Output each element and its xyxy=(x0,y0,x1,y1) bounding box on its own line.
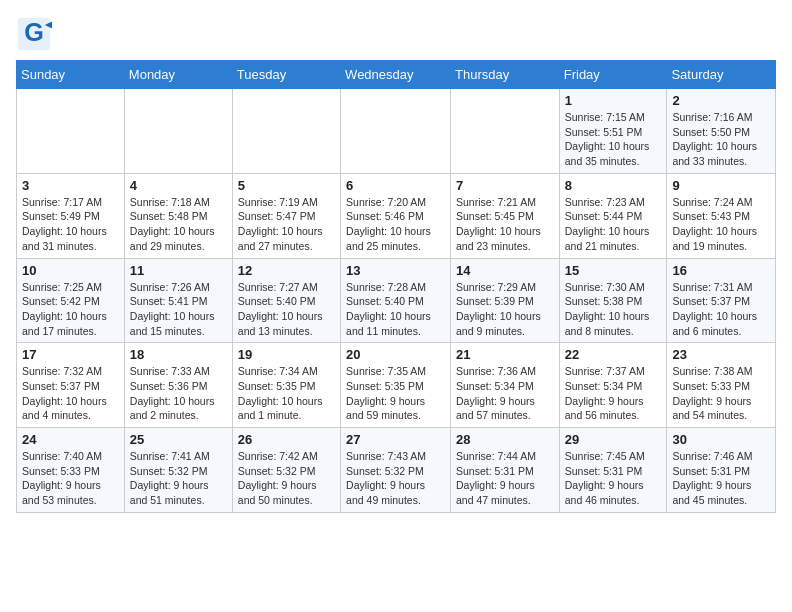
day-info: Sunrise: 7:29 AMSunset: 5:39 PMDaylight:… xyxy=(456,280,554,339)
day-cell: 27Sunrise: 7:43 AMSunset: 5:32 PMDayligh… xyxy=(341,428,451,513)
page-header: G xyxy=(16,16,776,52)
day-number: 12 xyxy=(238,263,335,278)
day-cell: 8Sunrise: 7:23 AMSunset: 5:44 PMDaylight… xyxy=(559,173,667,258)
day-cell: 13Sunrise: 7:28 AMSunset: 5:40 PMDayligh… xyxy=(341,258,451,343)
day-cell: 6Sunrise: 7:20 AMSunset: 5:46 PMDaylight… xyxy=(341,173,451,258)
day-cell: 14Sunrise: 7:29 AMSunset: 5:39 PMDayligh… xyxy=(451,258,560,343)
day-number: 19 xyxy=(238,347,335,362)
day-cell: 5Sunrise: 7:19 AMSunset: 5:47 PMDaylight… xyxy=(232,173,340,258)
day-cell: 26Sunrise: 7:42 AMSunset: 5:32 PMDayligh… xyxy=(232,428,340,513)
day-info: Sunrise: 7:24 AMSunset: 5:43 PMDaylight:… xyxy=(672,195,770,254)
day-info: Sunrise: 7:36 AMSunset: 5:34 PMDaylight:… xyxy=(456,364,554,423)
day-number: 10 xyxy=(22,263,119,278)
day-cell: 28Sunrise: 7:44 AMSunset: 5:31 PMDayligh… xyxy=(451,428,560,513)
week-row-2: 3Sunrise: 7:17 AMSunset: 5:49 PMDaylight… xyxy=(17,173,776,258)
day-cell: 7Sunrise: 7:21 AMSunset: 5:45 PMDaylight… xyxy=(451,173,560,258)
day-info: Sunrise: 7:25 AMSunset: 5:42 PMDaylight:… xyxy=(22,280,119,339)
day-info: Sunrise: 7:46 AMSunset: 5:31 PMDaylight:… xyxy=(672,449,770,508)
day-number: 20 xyxy=(346,347,445,362)
day-number: 4 xyxy=(130,178,227,193)
col-header-monday: Monday xyxy=(124,61,232,89)
day-info: Sunrise: 7:27 AMSunset: 5:40 PMDaylight:… xyxy=(238,280,335,339)
day-info: Sunrise: 7:35 AMSunset: 5:35 PMDaylight:… xyxy=(346,364,445,423)
day-cell xyxy=(232,89,340,174)
day-number: 25 xyxy=(130,432,227,447)
day-cell: 17Sunrise: 7:32 AMSunset: 5:37 PMDayligh… xyxy=(17,343,125,428)
col-header-saturday: Saturday xyxy=(667,61,776,89)
day-cell: 29Sunrise: 7:45 AMSunset: 5:31 PMDayligh… xyxy=(559,428,667,513)
day-number: 26 xyxy=(238,432,335,447)
day-cell: 22Sunrise: 7:37 AMSunset: 5:34 PMDayligh… xyxy=(559,343,667,428)
logo: G xyxy=(16,16,56,52)
day-cell: 1Sunrise: 7:15 AMSunset: 5:51 PMDaylight… xyxy=(559,89,667,174)
week-row-1: 1Sunrise: 7:15 AMSunset: 5:51 PMDaylight… xyxy=(17,89,776,174)
logo-icon: G xyxy=(16,16,52,52)
day-cell xyxy=(451,89,560,174)
day-number: 3 xyxy=(22,178,119,193)
day-number: 18 xyxy=(130,347,227,362)
day-info: Sunrise: 7:21 AMSunset: 5:45 PMDaylight:… xyxy=(456,195,554,254)
svg-text:G: G xyxy=(24,18,44,46)
day-info: Sunrise: 7:16 AMSunset: 5:50 PMDaylight:… xyxy=(672,110,770,169)
day-number: 6 xyxy=(346,178,445,193)
week-row-5: 24Sunrise: 7:40 AMSunset: 5:33 PMDayligh… xyxy=(17,428,776,513)
col-header-thursday: Thursday xyxy=(451,61,560,89)
day-number: 16 xyxy=(672,263,770,278)
header-row: SundayMondayTuesdayWednesdayThursdayFrid… xyxy=(17,61,776,89)
day-number: 2 xyxy=(672,93,770,108)
day-number: 28 xyxy=(456,432,554,447)
day-cell: 25Sunrise: 7:41 AMSunset: 5:32 PMDayligh… xyxy=(124,428,232,513)
day-info: Sunrise: 7:44 AMSunset: 5:31 PMDaylight:… xyxy=(456,449,554,508)
day-number: 27 xyxy=(346,432,445,447)
week-row-3: 10Sunrise: 7:25 AMSunset: 5:42 PMDayligh… xyxy=(17,258,776,343)
day-cell: 10Sunrise: 7:25 AMSunset: 5:42 PMDayligh… xyxy=(17,258,125,343)
day-cell: 11Sunrise: 7:26 AMSunset: 5:41 PMDayligh… xyxy=(124,258,232,343)
day-info: Sunrise: 7:34 AMSunset: 5:35 PMDaylight:… xyxy=(238,364,335,423)
day-cell: 12Sunrise: 7:27 AMSunset: 5:40 PMDayligh… xyxy=(232,258,340,343)
day-info: Sunrise: 7:37 AMSunset: 5:34 PMDaylight:… xyxy=(565,364,662,423)
day-cell xyxy=(124,89,232,174)
day-cell: 18Sunrise: 7:33 AMSunset: 5:36 PMDayligh… xyxy=(124,343,232,428)
col-header-tuesday: Tuesday xyxy=(232,61,340,89)
day-cell: 24Sunrise: 7:40 AMSunset: 5:33 PMDayligh… xyxy=(17,428,125,513)
day-info: Sunrise: 7:30 AMSunset: 5:38 PMDaylight:… xyxy=(565,280,662,339)
day-cell: 4Sunrise: 7:18 AMSunset: 5:48 PMDaylight… xyxy=(124,173,232,258)
day-number: 29 xyxy=(565,432,662,447)
day-info: Sunrise: 7:23 AMSunset: 5:44 PMDaylight:… xyxy=(565,195,662,254)
day-number: 17 xyxy=(22,347,119,362)
day-number: 7 xyxy=(456,178,554,193)
day-info: Sunrise: 7:45 AMSunset: 5:31 PMDaylight:… xyxy=(565,449,662,508)
col-header-friday: Friday xyxy=(559,61,667,89)
day-cell: 9Sunrise: 7:24 AMSunset: 5:43 PMDaylight… xyxy=(667,173,776,258)
day-info: Sunrise: 7:31 AMSunset: 5:37 PMDaylight:… xyxy=(672,280,770,339)
day-number: 23 xyxy=(672,347,770,362)
day-number: 9 xyxy=(672,178,770,193)
day-cell: 21Sunrise: 7:36 AMSunset: 5:34 PMDayligh… xyxy=(451,343,560,428)
day-cell: 16Sunrise: 7:31 AMSunset: 5:37 PMDayligh… xyxy=(667,258,776,343)
calendar-table: SundayMondayTuesdayWednesdayThursdayFrid… xyxy=(16,60,776,513)
day-cell: 15Sunrise: 7:30 AMSunset: 5:38 PMDayligh… xyxy=(559,258,667,343)
day-number: 11 xyxy=(130,263,227,278)
day-info: Sunrise: 7:43 AMSunset: 5:32 PMDaylight:… xyxy=(346,449,445,508)
day-info: Sunrise: 7:19 AMSunset: 5:47 PMDaylight:… xyxy=(238,195,335,254)
day-number: 5 xyxy=(238,178,335,193)
day-info: Sunrise: 7:42 AMSunset: 5:32 PMDaylight:… xyxy=(238,449,335,508)
week-row-4: 17Sunrise: 7:32 AMSunset: 5:37 PMDayligh… xyxy=(17,343,776,428)
day-cell: 3Sunrise: 7:17 AMSunset: 5:49 PMDaylight… xyxy=(17,173,125,258)
day-cell: 23Sunrise: 7:38 AMSunset: 5:33 PMDayligh… xyxy=(667,343,776,428)
col-header-sunday: Sunday xyxy=(17,61,125,89)
day-cell xyxy=(341,89,451,174)
day-number: 13 xyxy=(346,263,445,278)
day-number: 22 xyxy=(565,347,662,362)
day-info: Sunrise: 7:32 AMSunset: 5:37 PMDaylight:… xyxy=(22,364,119,423)
day-info: Sunrise: 7:17 AMSunset: 5:49 PMDaylight:… xyxy=(22,195,119,254)
day-info: Sunrise: 7:15 AMSunset: 5:51 PMDaylight:… xyxy=(565,110,662,169)
day-info: Sunrise: 7:18 AMSunset: 5:48 PMDaylight:… xyxy=(130,195,227,254)
day-number: 15 xyxy=(565,263,662,278)
day-info: Sunrise: 7:28 AMSunset: 5:40 PMDaylight:… xyxy=(346,280,445,339)
day-cell: 2Sunrise: 7:16 AMSunset: 5:50 PMDaylight… xyxy=(667,89,776,174)
day-number: 21 xyxy=(456,347,554,362)
day-info: Sunrise: 7:20 AMSunset: 5:46 PMDaylight:… xyxy=(346,195,445,254)
day-info: Sunrise: 7:33 AMSunset: 5:36 PMDaylight:… xyxy=(130,364,227,423)
day-number: 14 xyxy=(456,263,554,278)
